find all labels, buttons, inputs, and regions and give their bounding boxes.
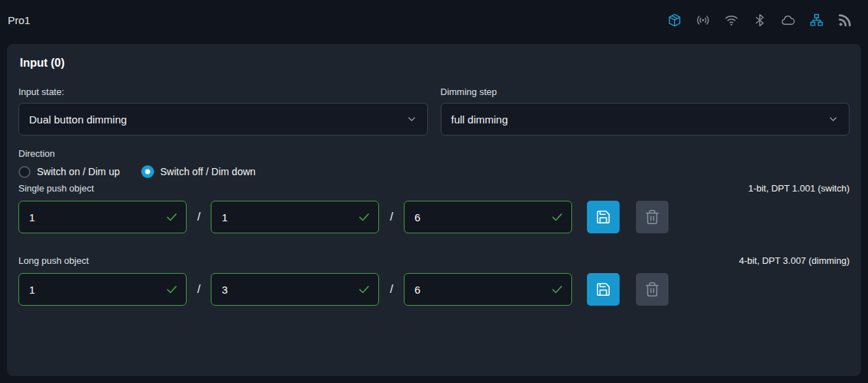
address-separator: /: [197, 283, 200, 296]
address-separator: /: [390, 211, 392, 223]
dimming-step-value: full dimming: [451, 113, 508, 126]
address-separator: /: [197, 211, 200, 223]
long-push-dpt-info: 4-bit, DPT 3.007 (dimming): [739, 255, 850, 266]
single-push-delete-button[interactable]: [636, 201, 669, 233]
single-push-dpt-info: 1-bit, DPT 1.001 (switch): [748, 183, 850, 194]
radio-label: Switch off / Dim down: [160, 166, 256, 177]
long-push-address-row: / /: [18, 273, 850, 306]
long-push-group: Long push object 4-bit, DPT 3.007 (dimmi…: [18, 255, 850, 306]
single-push-label: Single push object: [18, 183, 94, 194]
single-push-address-row: / /: [18, 201, 850, 233]
long-push-header: Long push object 4-bit, DPT 3.007 (dimmi…: [18, 255, 850, 266]
input-state-select[interactable]: Dual button dimming: [18, 103, 428, 135]
input-config-panel: Input (0) Input state: Dual button dimmi…: [7, 44, 861, 376]
single-push-header: Single push object 1-bit, DPT 1.001 (swi…: [18, 183, 850, 194]
address-field-wrap: [18, 201, 187, 233]
input-state-field: Input state: Dual button dimming: [18, 87, 428, 135]
radio-switch-off-dim-down[interactable]: Switch off / Dim down: [141, 165, 256, 178]
dropdown-row: Input state: Dual button dimming Dimming…: [18, 87, 850, 135]
single-push-group: Single push object 1-bit, DPT 1.001 (swi…: [18, 183, 850, 233]
address-field-wrap: [211, 273, 379, 306]
long-push-label: Long push object: [18, 255, 89, 266]
radio-label: Switch on / Dim up: [37, 166, 120, 177]
topbar-status-icons: [667, 13, 852, 28]
cloud-icon[interactable]: [781, 13, 796, 28]
input-state-label: Input state:: [18, 87, 428, 97]
address-field-wrap: [18, 273, 187, 306]
panel-title: Input (0): [20, 57, 850, 70]
rss-icon[interactable]: [837, 13, 852, 28]
trash-icon: [644, 209, 660, 225]
trash-icon: [644, 282, 660, 297]
save-icon: [595, 209, 611, 225]
broadcast-icon[interactable]: [696, 13, 710, 28]
single-push-main-group-input[interactable]: [18, 201, 187, 233]
address-separator: /: [390, 283, 392, 296]
chevron-down-icon: [828, 113, 839, 125]
device-name: Pro1: [8, 14, 31, 26]
address-field-wrap: [404, 273, 572, 306]
save-icon: [595, 282, 611, 297]
address-field-wrap: [211, 201, 379, 233]
single-push-middle-group-input[interactable]: [211, 201, 379, 233]
chevron-down-icon: [406, 113, 417, 125]
radio-unselected-icon: [18, 166, 31, 178]
package-icon[interactable]: [667, 13, 682, 28]
radio-selected-icon: [141, 165, 154, 178]
long-push-delete-button[interactable]: [636, 273, 669, 306]
direction-radio-group: Switch on / Dim up Switch off / Dim down: [18, 165, 850, 178]
dimming-step-select[interactable]: full dimming: [441, 103, 850, 135]
single-push-save-button[interactable]: [587, 201, 620, 233]
long-push-sub-group-input[interactable]: [404, 273, 572, 306]
bluetooth-icon[interactable]: [752, 13, 767, 28]
dimming-step-label: Dimming step: [441, 87, 850, 97]
topbar: Pro1: [0, 0, 868, 40]
input-state-value: Dual button dimming: [29, 113, 127, 126]
dimming-step-field: Dimming step full dimming: [441, 87, 850, 135]
single-push-sub-group-input[interactable]: [404, 201, 572, 233]
direction-label: Direction: [18, 148, 850, 159]
radio-switch-on-dim-up[interactable]: Switch on / Dim up: [18, 166, 120, 178]
address-field-wrap: [404, 201, 572, 233]
long-push-save-button[interactable]: [587, 273, 620, 306]
long-push-middle-group-input[interactable]: [211, 273, 379, 306]
ethernet-icon[interactable]: [809, 13, 824, 28]
long-push-main-group-input[interactable]: [18, 273, 187, 306]
wifi-icon[interactable]: [724, 13, 739, 28]
